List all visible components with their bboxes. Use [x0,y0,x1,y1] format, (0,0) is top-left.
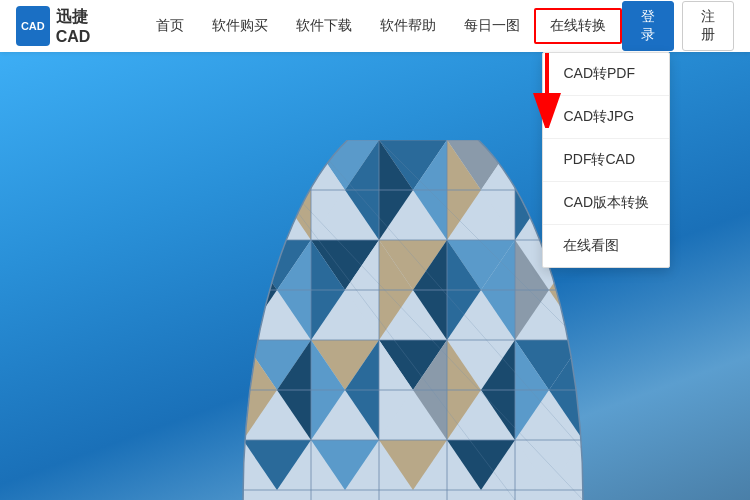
main-nav: 首页 软件购买 软件下载 软件帮助 每日一图 在线转换 [142,0,622,52]
logo-area[interactable]: CAD 迅捷CAD [16,6,112,46]
nav-item-home[interactable]: 首页 [142,0,198,52]
nav-item-daily[interactable]: 每日一图 [450,0,534,52]
dropdown-item-cad-to-pdf[interactable]: CAD转PDF [543,53,669,96]
logo-text: 迅捷CAD [56,7,112,46]
dropdown-item-cad-to-jpg[interactable]: CAD转JPG [543,96,669,139]
register-button[interactable]: 注册 [682,1,734,51]
dropdown-item-pdf-to-cad[interactable]: PDF转CAD [543,139,669,182]
logo-icon: CAD [16,6,50,46]
nav-item-buy[interactable]: 软件购买 [198,0,282,52]
dropdown-item-cad-version[interactable]: CAD版本转换 [543,182,669,225]
svg-marker-9 [243,140,277,240]
online-convert-dropdown: CAD转PDF CAD转JPG PDF转CAD CAD版本转换 在线看图 [542,52,670,268]
login-button[interactable]: 登录 [622,1,674,51]
header: CAD 迅捷CAD 首页 软件购买 软件下载 软件帮助 每日一图 在线转换 登录… [0,0,750,52]
dropdown-item-online-view[interactable]: 在线看图 [543,225,669,267]
header-buttons: 登录 注册 [622,1,734,51]
nav-item-online-convert[interactable]: 在线转换 [534,8,622,44]
nav-item-help[interactable]: 软件帮助 [366,0,450,52]
nav-item-download[interactable]: 软件下载 [282,0,366,52]
svg-marker-4 [243,140,311,190]
